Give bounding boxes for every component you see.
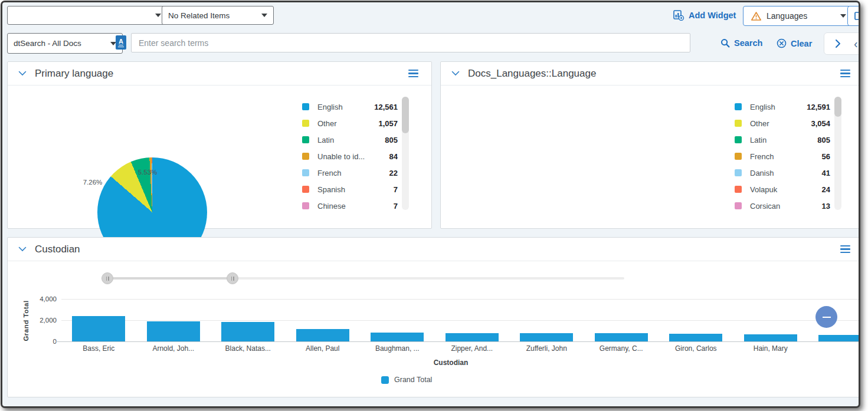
legend-label: Other	[750, 119, 807, 128]
panel-toggle-group: ‹	[824, 32, 860, 55]
legend-item[interactable]: Volapuk24	[735, 181, 830, 198]
legend-item[interactable]: Unable to id...84	[302, 148, 398, 165]
widget-menu-icon[interactable]	[408, 70, 418, 78]
legend-item[interactable]: Latin805	[302, 131, 398, 148]
bar-slot	[61, 316, 136, 341]
legend-item[interactable]: Latin805	[735, 131, 830, 148]
legend-item[interactable]: Danish41	[735, 165, 830, 181]
legend-scrollbar[interactable]	[834, 97, 841, 210]
legend-swatch	[381, 376, 389, 384]
legend-label: Grand Total	[394, 376, 432, 384]
range-slider-selection	[112, 277, 232, 280]
collapse-chevron-icon[interactable]	[451, 71, 460, 76]
legend-swatch	[302, 103, 309, 110]
chevron-down-icon	[261, 14, 267, 17]
x-axis-label: Baughman, ...	[360, 344, 435, 353]
search-index-value: dtSearch - All Docs	[14, 39, 81, 48]
scrollbar-thumb[interactable]	[834, 97, 841, 117]
legend-item[interactable]: Spanish7	[302, 181, 398, 198]
y-axis-tick: 0	[26, 338, 57, 345]
bar-slot	[136, 321, 211, 341]
bar[interactable]	[147, 321, 200, 341]
legend-item[interactable]: English12,591	[735, 98, 830, 115]
bar-slot	[360, 333, 435, 341]
legend-item[interactable]: French56	[735, 148, 830, 165]
search-icon	[720, 38, 730, 48]
legend-label: Chinese	[317, 202, 390, 211]
chevron-right-icon[interactable]	[835, 39, 841, 48]
legend-label: Danish	[750, 169, 818, 177]
legend-label: English	[750, 103, 803, 111]
bar-slot	[286, 329, 361, 341]
widget-header: Docs_Languages::Language	[441, 62, 860, 86]
range-slider-track[interactable]	[112, 277, 624, 280]
dashboard-view-dropdown[interactable]	[7, 6, 168, 25]
x-axis-line	[55, 341, 860, 342]
widget-title: Custodian	[35, 244, 80, 255]
legend-item[interactable]: English12,561	[302, 98, 398, 115]
chevron-down-icon	[155, 14, 161, 17]
legend-swatch	[735, 202, 742, 209]
range-slider-handle-right[interactable]	[227, 272, 238, 284]
pie-legend: English12,561Other1,057Latin805Unable to…	[302, 98, 398, 214]
bar[interactable]	[818, 335, 860, 341]
add-widget-icon	[673, 10, 684, 21]
legend-value: 56	[822, 152, 830, 161]
legend-value: 805	[817, 136, 830, 144]
legend-value: 1,057	[378, 119, 398, 128]
legend-item[interactable]: Other1,057	[302, 115, 398, 131]
bar[interactable]	[371, 333, 424, 341]
legend-label: Other	[317, 119, 375, 128]
bar-chart-plot-area	[61, 291, 859, 342]
legend-item[interactable]: French22	[302, 165, 398, 181]
widget-title: Docs_Languages::Language	[468, 68, 596, 80]
bar[interactable]	[221, 322, 274, 341]
x-axis-label: Bass, Eric	[61, 344, 136, 353]
legend-swatch	[302, 120, 309, 127]
pie-slice-label: 5.53%	[138, 169, 158, 176]
search-index-dropdown[interactable]: dtSearch - All Docs	[7, 33, 123, 54]
legend-item[interactable]: Chinese7	[302, 198, 398, 214]
scrollbar-thumb[interactable]	[402, 97, 409, 133]
bar[interactable]	[72, 316, 125, 341]
collapse-chevron-icon[interactable]	[18, 246, 27, 252]
legend-swatch	[302, 136, 309, 143]
legend-value: 24	[822, 185, 830, 194]
dashboard-selector-dropdown[interactable]: Languages	[743, 6, 854, 26]
bar-series	[61, 291, 860, 341]
legend-value: 12,561	[374, 103, 398, 111]
add-widget-label: Add Widget	[689, 11, 736, 20]
x-axis-label: Black, Natas...	[211, 344, 286, 353]
add-widget-button[interactable]: Add Widget	[670, 9, 739, 21]
legend-item[interactable]: Other3,054	[735, 115, 830, 131]
clear-button[interactable]: Clear	[773, 38, 815, 49]
related-items-dropdown[interactable]: No Related Items	[162, 6, 274, 25]
legend-item[interactable]: Corsican13	[735, 198, 830, 214]
related-items-value: No Related Items	[168, 11, 230, 20]
chevron-left-circle-icon[interactable]: ‹	[854, 37, 858, 51]
bar[interactable]	[296, 329, 349, 341]
legend-value: 41	[822, 169, 830, 177]
zoom-out-button[interactable]	[815, 306, 837, 328]
legend-swatch	[302, 169, 309, 176]
collapse-chevron-icon[interactable]	[18, 71, 27, 76]
bar-chart-legend[interactable]: Grand Total	[381, 376, 432, 384]
search-button-label: Search	[734, 38, 762, 48]
x-axis-title: Custodian	[415, 359, 486, 367]
widget-header: Custodian	[8, 238, 860, 261]
search-button[interactable]: Search	[717, 38, 766, 48]
bar[interactable]	[520, 333, 573, 341]
widget-menu-icon[interactable]	[840, 245, 850, 254]
legend-scrollbar[interactable]	[402, 97, 409, 210]
bar[interactable]	[669, 334, 722, 341]
bar[interactable]	[595, 333, 648, 341]
legend-label: French	[750, 152, 818, 161]
bar[interactable]	[446, 333, 499, 341]
range-slider-handle-left[interactable]	[101, 272, 113, 284]
bar[interactable]	[744, 334, 797, 341]
x-axis-labels: Bass, EricArnold, Joh...Black, Natas...A…	[61, 344, 860, 353]
dictionary-icon[interactable]: A	[116, 35, 126, 50]
widget-menu-icon[interactable]	[840, 70, 850, 78]
search-input[interactable]	[131, 33, 690, 52]
save-dashboard-button[interactable]	[847, 6, 860, 26]
